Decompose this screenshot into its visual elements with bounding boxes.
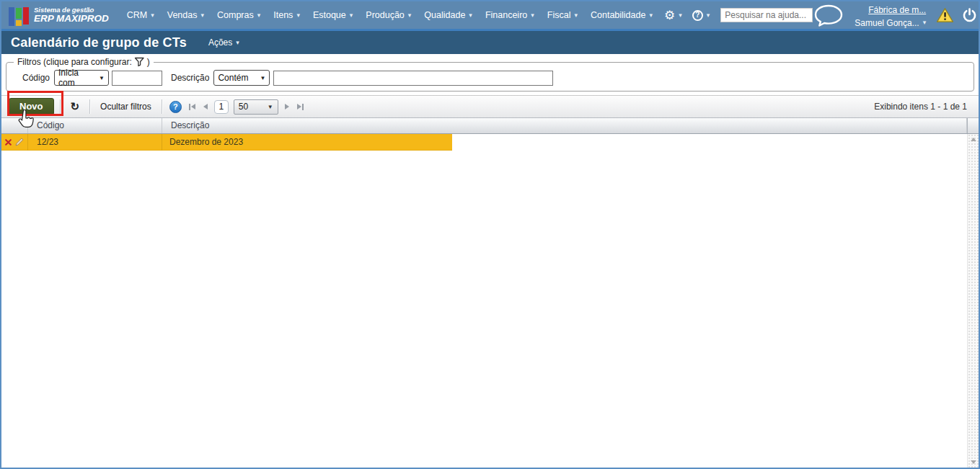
menu-itens[interactable]: Itens▾ xyxy=(273,10,300,20)
toolbar-help-icon[interactable]: ? xyxy=(169,101,182,113)
account-block: Fábrica de m... Samuel Gonça... ▾ xyxy=(855,1,926,29)
current-page-box[interactable]: 1 xyxy=(214,100,229,114)
chevron-down-icon: ▾ xyxy=(200,12,204,19)
codigo-operator-select[interactable]: Inicia com ▼ xyxy=(54,70,109,86)
menu-compras[interactable]: Compras▾ xyxy=(217,10,260,20)
delete-row-icon[interactable] xyxy=(5,139,12,146)
hide-filters-button[interactable]: Ocultar filtros xyxy=(96,100,156,113)
chevron-down-icon: ▾ xyxy=(707,12,710,19)
next-page-icon xyxy=(285,104,289,110)
chevron-down-icon: ▾ xyxy=(679,12,682,19)
descricao-operator-select[interactable]: Contém ▼ xyxy=(213,70,270,86)
main-menu: CRM▾ Vendas▾ Compras▾ Itens▾ Estoque▾ Pr… xyxy=(120,10,659,20)
menu-qualidade[interactable]: Qualidade▾ xyxy=(424,10,472,20)
chevron-down-icon: ▾ xyxy=(408,12,412,19)
codigo-filter-input[interactable] xyxy=(112,71,162,86)
grid-header: Código Descrição xyxy=(1,118,979,134)
pagination: 1 50 ▼ xyxy=(187,99,305,115)
menu-fiscal[interactable]: Fiscal▾ xyxy=(547,10,578,20)
scrollbar-header-stub xyxy=(967,118,979,133)
app-logo[interactable]: Sistema de gestão ERP MAXIPROD xyxy=(9,4,109,26)
grid-toolbar: Novo ↻ Ocultar filtros ? 1 50 ▼ Exibindo… xyxy=(1,95,979,118)
row-descricao-cell[interactable]: Dezembro de 2023 xyxy=(162,134,452,151)
chevron-down-icon: ▾ xyxy=(531,12,534,19)
user-name: Samuel Gonça... xyxy=(855,17,919,29)
last-page-icon xyxy=(297,104,301,110)
menu-contabilidade[interactable]: Contabilidade▾ xyxy=(591,10,653,20)
warning-icon[interactable] xyxy=(936,7,954,23)
menu-crm[interactable]: CRM▾ xyxy=(127,10,154,20)
edit-row-icon[interactable] xyxy=(14,137,25,147)
actions-menu[interactable]: Ações ▾ xyxy=(208,37,239,48)
chevron-down-icon: ▾ xyxy=(649,12,653,19)
first-page-icon xyxy=(191,104,195,110)
power-icon[interactable] xyxy=(961,7,978,24)
select-arrow-icon: ▼ xyxy=(99,75,105,81)
top-navigation-bar: Sistema de gestão ERP MAXIPROD CRM▾ Vend… xyxy=(1,1,979,31)
previous-page-icon xyxy=(203,104,208,110)
chevron-down-icon: ▾ xyxy=(257,12,261,19)
descricao-filter-label: Descrição xyxy=(171,73,209,83)
filter-funnel-icon[interactable] xyxy=(134,57,145,67)
menu-vendas[interactable]: Vendas▾ xyxy=(167,10,204,20)
grid-body: 12/23 Dezembro de 2023 xyxy=(1,134,979,468)
topbar-right-group: Fábrica de m... Samuel Gonça... ▾ xyxy=(813,1,978,29)
first-page-button[interactable] xyxy=(187,102,197,112)
selection-column-header xyxy=(1,118,28,133)
logo-title: ERP MAXIPROD xyxy=(34,14,109,24)
page-title: Calendário de grupo de CTs xyxy=(11,35,187,50)
scroll-down-icon[interactable] xyxy=(971,460,976,464)
menu-producao[interactable]: Produção▾ xyxy=(366,10,411,20)
chevron-down-icon: ▾ xyxy=(296,12,300,19)
chevron-down-icon: ▾ xyxy=(350,12,353,19)
app-window: Sistema de gestão ERP MAXIPROD CRM▾ Vend… xyxy=(0,0,980,469)
table-row[interactable]: 12/23 Dezembro de 2023 xyxy=(1,134,979,151)
codigo-filter-label: Código xyxy=(22,73,50,83)
logo-text: Sistema de gestão ERP MAXIPROD xyxy=(34,6,109,24)
last-page-button[interactable] xyxy=(296,102,305,112)
next-page-button[interactable] xyxy=(283,102,291,111)
row-codigo-cell[interactable]: 12/23 xyxy=(28,134,162,151)
chevron-down-icon: ▾ xyxy=(151,12,154,19)
scroll-up-icon[interactable] xyxy=(971,138,976,141)
refresh-icon: ↻ xyxy=(71,100,80,112)
toolbar-separator xyxy=(89,99,90,114)
select-arrow-icon: ▼ xyxy=(260,75,265,81)
user-menu[interactable]: Samuel Gonça... ▾ xyxy=(855,17,926,29)
filters-fieldset: Filtros (clique para configurar: ) Códig… xyxy=(6,57,974,91)
codigo-column-header[interactable]: Código xyxy=(28,118,162,133)
menu-financeiro[interactable]: Financeiro▾ xyxy=(485,10,534,20)
page-size-select[interactable]: 50 ▼ xyxy=(234,99,278,115)
refresh-button[interactable]: ↻ xyxy=(66,99,84,115)
items-count-status: Exibindo itens 1 - 1 de 1 xyxy=(874,102,967,112)
descricao-filter-input[interactable] xyxy=(273,71,553,86)
previous-page-button[interactable] xyxy=(202,102,209,111)
descricao-column-header[interactable]: Descrição xyxy=(162,118,967,133)
toolbar-separator xyxy=(162,99,162,114)
filters-section: Filtros (clique para configurar: ) Códig… xyxy=(1,54,979,95)
filter-row: Código Inicia com ▼ Descrição Contém ▼ xyxy=(14,70,966,86)
new-button[interactable]: Novo xyxy=(9,98,54,115)
logo-icon xyxy=(9,4,29,26)
help-icon: ? xyxy=(692,10,703,21)
gear-icon: ⚙ xyxy=(664,9,675,22)
chevron-down-icon: ▾ xyxy=(923,19,927,26)
select-arrow-icon: ▼ xyxy=(268,104,273,110)
chevron-down-icon: ▾ xyxy=(574,12,578,19)
menu-estoque[interactable]: Estoque▾ xyxy=(313,10,353,20)
vertical-scrollbar[interactable] xyxy=(967,134,979,468)
chevron-down-icon: ▾ xyxy=(469,12,472,19)
help-menu[interactable]: ? ▾ xyxy=(692,10,710,21)
toolbar-separator xyxy=(60,99,61,114)
company-link[interactable]: Fábrica de m... xyxy=(868,5,926,15)
chevron-down-icon: ▾ xyxy=(236,40,239,46)
chat-icon[interactable] xyxy=(813,4,844,27)
page-title-bar: Calendário de grupo de CTs Ações ▾ xyxy=(1,31,979,54)
filters-legend: Filtros (clique para configurar: ) xyxy=(14,57,154,67)
help-search-input[interactable] xyxy=(720,8,813,22)
row-actions-cell xyxy=(1,134,28,151)
settings-menu[interactable]: ⚙ ▾ xyxy=(664,9,682,22)
